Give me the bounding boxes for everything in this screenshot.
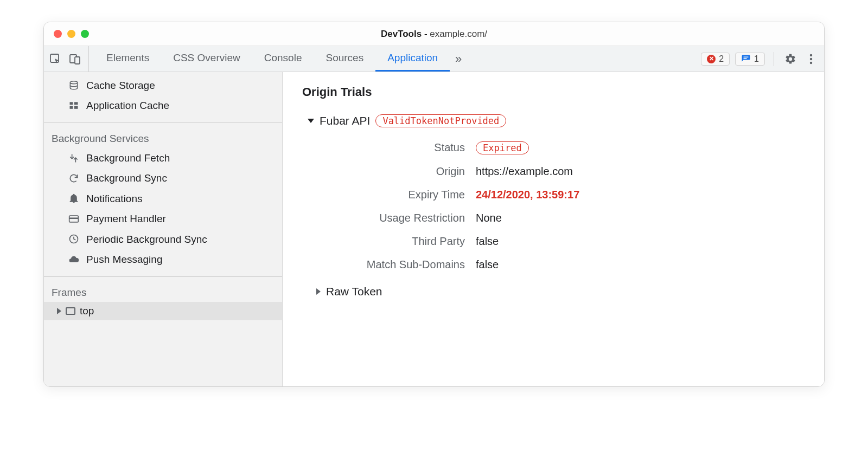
sidebar-item-background-sync[interactable]: Background Sync [44,168,282,188]
status-pill: Expired [476,141,529,154]
disclosure-triangle-icon[interactable] [316,288,321,295]
trial-token-status-pill: ValidTokenNotProvided [375,114,506,127]
raw-token-row[interactable]: Raw Token [316,285,805,298]
toolbar-left [49,46,89,72]
chevron-right-double-icon: » [455,52,462,66]
message-count: 1 [754,54,759,64]
svg-rect-10 [74,102,78,105]
credit-card-icon [68,214,80,224]
message-icon [741,54,751,64]
more-options-button[interactable] [803,54,819,64]
sidebar-item-label: Periodic Background Sync [86,231,207,247]
error-icon: ✕ [707,55,716,63]
sidebar-item-label: Cache Storage [86,77,155,93]
frame-icon [66,307,75,315]
tab-label: CSS Overview [173,52,240,64]
svg-rect-4 [744,58,747,59]
sidebar-heading: Frames [44,281,282,302]
sidebar-item-label: Background Fetch [86,150,170,166]
sidebar-item-background-fetch[interactable]: Background Fetch [44,148,282,168]
field-value-expiry: 24/12/2020, 13:59:17 [476,189,805,201]
toolbar: Elements CSS Overview Console Sources Ap… [44,46,824,72]
tab-label: Sources [326,52,363,64]
trial-row[interactable]: Fubar API ValidTokenNotProvided [308,114,805,127]
field-label-status: Status [324,141,476,154]
field-label-subdomains: Match Sub-Domains [324,258,476,271]
sidebar-item-label: top [80,305,94,317]
devtools-window: DevTools - example.com/ Elements CSS Ove… [43,22,825,387]
clock-icon [68,234,80,244]
tab-label: Application [387,52,438,64]
field-label-expiry: Expiry Time [324,189,476,201]
tab-console[interactable]: Console [252,46,314,72]
tabs-overflow-button[interactable]: » [450,46,467,72]
tab-application[interactable]: Application [375,46,450,72]
settings-button[interactable] [783,53,798,65]
raw-token-label: Raw Token [326,285,382,298]
messages-badge[interactable]: 1 [735,53,765,66]
sidebar-item-cache-storage[interactable]: Cache Storage [44,75,282,95]
fetch-icon [68,153,80,164]
field-label-origin: Origin [324,165,476,178]
device-toggle-icon[interactable] [69,53,81,65]
cloud-icon [68,254,80,265]
sidebar-item-application-cache[interactable]: Application Cache [44,95,282,115]
field-label-third-party: Third Party [324,235,476,248]
titlebar: DevTools - example.com/ [44,22,824,46]
errors-badge[interactable]: ✕ 2 [701,53,730,66]
tab-elements[interactable]: Elements [94,46,161,72]
tab-label: Console [264,52,302,64]
field-value-status: Expired [476,141,805,154]
window-controls [44,30,89,38]
svg-point-5 [810,54,812,56]
sidebar-item-label: Application Cache [86,98,169,113]
toolbar-right: ✕ 2 1 [701,46,819,72]
field-value-usage: None [476,212,805,224]
sidebar-item-push-messaging[interactable]: Push Messaging [44,249,282,269]
inspect-icon[interactable] [49,53,61,65]
tab-label: Elements [106,52,149,64]
tab-sources[interactable]: Sources [314,46,375,72]
sidebar-item-label: Payment Handler [86,211,166,227]
zoom-window-button[interactable] [81,30,89,38]
tab-css-overview[interactable]: CSS Overview [161,46,252,72]
svg-point-7 [810,61,812,63]
application-sidebar: Cache Storage Application Cache Backgrou… [44,72,283,386]
sidebar-item-label: Background Sync [86,170,167,186]
field-value-third-party: false [476,235,805,248]
panel-heading: Origin Trials [302,85,805,99]
grid-icon [68,100,80,111]
sidebar-item-frame-top[interactable]: top [44,302,282,320]
sidebar-item-payment-handler[interactable]: Payment Handler [44,209,282,229]
window-title-url: example.com/ [430,29,487,39]
error-count: 2 [719,54,724,64]
svg-rect-14 [69,217,79,219]
field-value-origin: https://example.com [476,165,805,178]
sidebar-group-cache: Cache Storage Application Cache [44,72,282,123]
disclosure-triangle-icon[interactable] [57,308,61,314]
sidebar-item-label: Push Messaging [86,251,162,267]
svg-point-6 [810,57,812,60]
sidebar-item-periodic-background-sync[interactable]: Periodic Background Sync [44,229,282,249]
sidebar-group-frames: Frames top [44,277,282,320]
svg-point-8 [70,81,77,83]
trial-name: Fubar API [320,114,370,127]
sync-icon [68,173,80,184]
sidebar-heading: Background Services [44,127,282,148]
window-title: DevTools - example.com/ [381,29,487,40]
svg-rect-3 [744,56,749,57]
divider [774,52,774,66]
panel-tabs: Elements CSS Overview Console Sources Ap… [94,46,450,72]
panel-body: Cache Storage Application Cache Backgrou… [44,72,824,386]
disclosure-triangle-down-icon[interactable] [308,119,314,123]
close-window-button[interactable] [54,30,62,38]
svg-rect-12 [74,106,78,109]
sidebar-item-notifications[interactable]: Notifications [44,189,282,209]
svg-rect-2 [75,57,80,64]
field-label-usage: Usage Restriction [324,212,476,224]
window-title-prefix: DevTools - [381,29,430,39]
svg-rect-9 [70,102,73,105]
minimize-window-button[interactable] [67,30,75,38]
trial-details: Status Expired Origin https://example.co… [324,141,805,271]
field-value-subdomains: false [476,258,805,271]
